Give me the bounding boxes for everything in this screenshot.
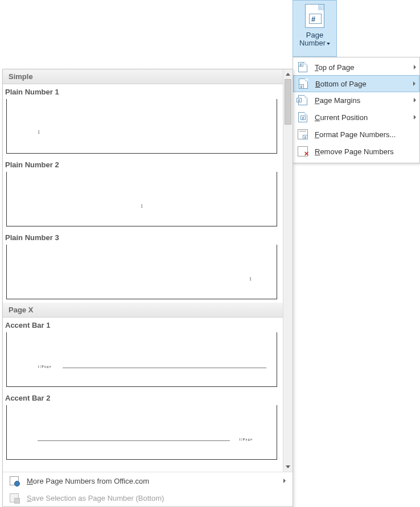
gallery-item-title: Plain Number 2	[3, 157, 283, 172]
scroll-thumb[interactable]	[285, 79, 291, 125]
gallery-item-title: Accent Bar 2	[3, 390, 283, 405]
menu-item-page-margins[interactable]: # Page Margins	[293, 92, 419, 109]
gallery-item-accent-bar-2[interactable]: 1|Page	[6, 405, 277, 460]
office-online-icon	[9, 476, 20, 486]
submenu-arrow-icon	[414, 65, 416, 69]
menu-item-top-of-page[interactable]: # Top of Page	[293, 59, 419, 76]
submenu-arrow-icon	[413, 81, 415, 86]
accent-line-icon	[63, 368, 266, 368]
preview-sample: 1|Page	[38, 364, 52, 369]
submenu-arrow-icon	[414, 98, 416, 102]
remove-page-numbers-icon: ✕	[297, 146, 309, 157]
ribbon-line2: Number	[299, 39, 326, 47]
menu-label: Current Position	[315, 113, 414, 122]
footer-label: More Page Numbers from Office.com	[27, 477, 149, 485]
page-fold-icon	[318, 5, 324, 10]
gallery-item-plain-number-3[interactable]: 1	[6, 245, 277, 299]
gallery-item-plain-number-2[interactable]: 1	[6, 172, 277, 226]
chevron-down-icon	[286, 465, 290, 468]
preview-sample: 1	[38, 130, 40, 135]
save-selection-as-page-number: Save Selection as Page Number (Bottom)	[3, 489, 293, 506]
menu-item-format-page-numbers[interactable]: # Format Page Numbers...	[293, 126, 419, 143]
chevron-down-icon	[327, 43, 330, 45]
menu-label: Page Margins	[315, 96, 414, 105]
gallery-item-title: Accent Bar 1	[3, 318, 283, 332]
footer-label: Save Selection as Page Number (Bottom)	[27, 494, 164, 502]
section-header-simple: Simple	[3, 69, 283, 84]
preview-sample: 1	[249, 277, 252, 282]
page-number-icon: #	[305, 4, 324, 28]
menu-item-current-position[interactable]: # Current Position	[293, 109, 419, 126]
scroll-down-button[interactable]	[283, 462, 293, 472]
page-current-icon: #	[297, 112, 309, 123]
gallery-footer: More Page Numbers from Office.com Save S…	[3, 472, 293, 506]
submenu-arrow-icon	[283, 479, 286, 483]
gallery-content: Simple Plain Number 1 1 Plain Number 2 1…	[3, 69, 283, 465]
page-bottom-icon: #	[297, 78, 310, 89]
menu-label: Remove Page Numbers	[315, 147, 416, 156]
gallery-item-title: Plain Number 1	[3, 84, 283, 99]
chevron-up-icon	[286, 73, 290, 76]
save-selection-icon	[9, 493, 20, 503]
page-top-icon: #	[297, 61, 309, 73]
accent-line-icon	[38, 440, 230, 441]
gallery-scrollbar[interactable]	[283, 69, 293, 472]
page-number-ribbon-button[interactable]: # Page Number	[293, 0, 337, 57]
more-page-numbers-office[interactable]: More Page Numbers from Office.com	[3, 472, 293, 489]
hash-icon: #	[311, 15, 315, 23]
gallery-item-title: Plain Number 3	[3, 230, 283, 245]
scroll-up-button[interactable]	[283, 69, 293, 79]
menu-item-remove-page-numbers[interactable]: ✕ Remove Page Numbers	[293, 143, 419, 160]
submenu-arrow-icon	[414, 115, 416, 119]
gallery-item-accent-bar-1[interactable]: 1|Page	[6, 332, 277, 387]
section-header-page-x: Page X	[3, 303, 283, 318]
page-number-label: Page Number	[299, 31, 330, 47]
preview-sample: 1|Page	[238, 437, 253, 442]
menu-label: Bottom of Page	[315, 80, 413, 88]
page-number-menu: # Top of Page # Bottom of Page # Page Ma…	[293, 57, 420, 163]
menu-label: Top of Page	[315, 63, 414, 72]
menu-label: Format Page Numbers...	[315, 130, 416, 139]
gallery-scroll-area: Simple Plain Number 1 1 Plain Number 2 1…	[3, 69, 293, 472]
menu-item-bottom-of-page[interactable]: # Bottom of Page	[293, 75, 419, 92]
page-margins-icon: #	[297, 94, 309, 106]
preview-sample: 1	[141, 204, 143, 209]
format-page-numbers-icon: #	[297, 129, 309, 140]
gallery-item-plain-number-1[interactable]: 1	[6, 99, 277, 154]
ribbon-line1: Page	[306, 31, 323, 39]
page-number-gallery: Simple Plain Number 1 1 Plain Number 2 1…	[2, 69, 293, 507]
